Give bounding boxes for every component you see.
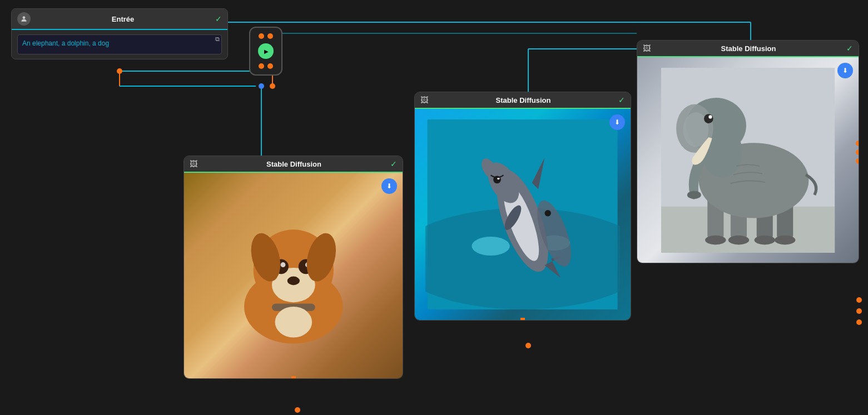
svg-point-17 xyxy=(856,319,862,325)
sd1-title: Stable Diffusion xyxy=(202,160,386,168)
sd1-resize-handle[interactable] xyxy=(291,376,296,379)
svg-point-57 xyxy=(728,235,749,244)
svg-point-49 xyxy=(545,210,551,216)
sd1-header: 🖼 Stable Diffusion ✓ xyxy=(184,156,403,173)
stable-diffusion-node-3[interactable]: 🖼 Stable Diffusion ✓ xyxy=(637,40,859,263)
svg-point-14 xyxy=(295,407,300,413)
dolphin-image xyxy=(415,109,631,320)
svg-point-16 xyxy=(856,308,862,314)
entree-text[interactable]: An elephant, a dolphin, a dog xyxy=(17,34,222,54)
loop-play-button[interactable] xyxy=(258,43,274,59)
stable-diffusion-node-2[interactable]: 🖼 Stable Diffusion ✓ xyxy=(414,92,631,321)
stable-diffusion-node-1[interactable]: 🖼 Stable Diffusion ✓ xyxy=(183,156,403,379)
user-avatar xyxy=(17,12,31,26)
svg-point-37 xyxy=(472,237,510,256)
sd3-title: Stable Diffusion xyxy=(655,44,842,53)
loop-port-orange-2[interactable] xyxy=(267,33,273,39)
sd1-download-button[interactable] xyxy=(381,178,397,194)
entree-header: Entrée ✓ xyxy=(12,9,227,30)
sd3-port-3[interactable] xyxy=(856,158,859,164)
svg-point-56 xyxy=(705,235,726,244)
dog-svg xyxy=(195,183,392,368)
loop-node[interactable] xyxy=(249,27,282,76)
svg-point-21 xyxy=(117,68,122,74)
sd2-resize-handle[interactable] xyxy=(520,318,525,321)
sd2-header: 🖼 Stable Diffusion ✓ xyxy=(415,92,631,109)
sd2-title: Stable Diffusion xyxy=(433,96,614,104)
sd2-image-container xyxy=(415,109,631,320)
sd3-side-ports xyxy=(856,141,859,164)
loop-port-orange-3[interactable] xyxy=(259,63,264,69)
entree-title: Entrée xyxy=(35,15,211,23)
loop-bottom-ports xyxy=(259,63,273,69)
sd3-check: ✓ xyxy=(846,44,853,53)
svg-point-6 xyxy=(259,83,264,89)
sd3-port-2[interactable] xyxy=(856,149,859,155)
loop-port-orange-4[interactable] xyxy=(267,63,273,69)
image-icon-2: 🖼 xyxy=(420,96,428,104)
svg-point-59 xyxy=(775,235,795,244)
loop-port-orange-1[interactable] xyxy=(259,33,264,39)
elephant-svg xyxy=(648,68,847,253)
sd2-download-button[interactable] xyxy=(609,114,625,130)
svg-point-65 xyxy=(687,191,701,199)
svg-point-22 xyxy=(23,16,26,19)
dolphin-svg xyxy=(425,119,619,309)
sd3-download-button[interactable] xyxy=(837,63,853,78)
sd2-check: ✓ xyxy=(618,96,625,104)
svg-point-67 xyxy=(708,115,712,118)
svg-point-66 xyxy=(704,114,713,123)
svg-point-34 xyxy=(275,307,312,338)
sd3-port-1[interactable] xyxy=(856,141,859,146)
svg-point-15 xyxy=(856,297,862,303)
svg-point-58 xyxy=(754,235,775,244)
svg-point-10 xyxy=(270,83,275,89)
sd1-image-container xyxy=(184,173,403,378)
copy-button[interactable]: ⧉ xyxy=(215,36,220,43)
loop-top-ports xyxy=(259,33,273,39)
loop-body xyxy=(250,28,281,74)
sd3-header: 🖼 Stable Diffusion ✓ xyxy=(637,41,859,57)
entree-check: ✓ xyxy=(215,14,222,23)
svg-point-30 xyxy=(287,276,299,285)
elephant-image xyxy=(637,57,859,263)
image-icon-3: 🖼 xyxy=(643,44,651,53)
workflow-canvas[interactable]: Entrée ✓ An elephant, a dolphin, a dog ⧉ xyxy=(0,0,868,415)
svg-point-28 xyxy=(280,262,285,267)
sd1-check: ✓ xyxy=(390,159,397,168)
dog-image xyxy=(184,173,403,378)
svg-point-13 xyxy=(525,343,531,348)
entree-body: An elephant, a dolphin, a dog ⧉ xyxy=(12,30,227,59)
sd3-image-container xyxy=(637,57,859,263)
entree-node[interactable]: Entrée ✓ An elephant, a dolphin, a dog ⧉ xyxy=(11,8,228,59)
image-icon-1: 🖼 xyxy=(190,159,197,168)
